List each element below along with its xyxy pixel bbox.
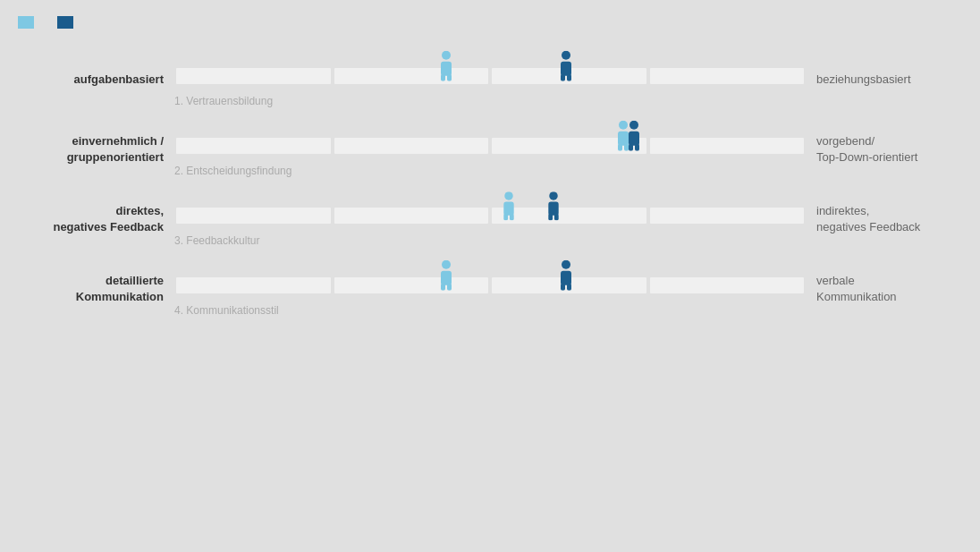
right-label-row2: vorgebend/ Top-Down-orientiert — [806, 133, 962, 165]
track-segment — [176, 277, 331, 293]
svg-rect-10 — [618, 144, 622, 151]
left-label-row3: direktes, negatives Feedback — [18, 203, 174, 234]
svg-rect-1 — [441, 62, 452, 76]
svg-rect-14 — [629, 144, 633, 151]
svg-rect-25 — [441, 271, 452, 285]
right-label-row1: beziehungsbasiert — [806, 72, 962, 88]
track-segment — [334, 208, 489, 224]
kandidat-icon-row4 — [437, 260, 455, 294]
svg-rect-29 — [561, 271, 571, 285]
track-segment — [176, 208, 331, 224]
svg-rect-19 — [510, 214, 514, 221]
svg-rect-31 — [567, 284, 571, 291]
svg-point-16 — [504, 191, 512, 200]
legend-unternehmen-box — [57, 16, 73, 29]
unternehmen-icon-row4 — [557, 260, 575, 294]
track-segment — [176, 68, 331, 84]
svg-rect-3 — [447, 74, 452, 81]
track-segment — [650, 208, 805, 224]
svg-rect-18 — [503, 214, 508, 221]
svg-point-24 — [442, 260, 451, 269]
svg-rect-15 — [635, 144, 639, 151]
legend — [18, 16, 962, 29]
track-segment — [334, 68, 489, 84]
kandidat-icon-row1 — [437, 51, 455, 85]
svg-rect-26 — [441, 284, 445, 291]
chart-row-4: detaillierte Kommunikation4. Kommunikati… — [18, 258, 962, 320]
svg-point-28 — [562, 260, 570, 269]
track-segment — [650, 138, 805, 154]
left-label-row2: einvernehmlich / gruppenorientiert — [18, 133, 174, 165]
svg-rect-9 — [618, 132, 629, 146]
chart-row-1: aufgabenbasiert1. Vertrauensbildung bezi… — [18, 48, 962, 111]
svg-point-0 — [442, 51, 451, 60]
chart-row-3: direktes, negatives Feedback3. Feedbackk… — [18, 188, 962, 251]
sublabel-row4: 4. Kommunikationsstil — [174, 304, 279, 317]
svg-point-12 — [629, 121, 638, 130]
unternehmen-icon-row2 — [616, 121, 641, 155]
svg-rect-17 — [503, 202, 513, 216]
track-wrapper-row1: 1. Vertrauensbildung — [174, 48, 806, 111]
chart-area: aufgabenbasiert1. Vertrauensbildung bezi… — [18, 48, 962, 320]
svg-point-8 — [619, 121, 628, 130]
svg-rect-27 — [447, 284, 452, 291]
svg-rect-11 — [624, 144, 629, 151]
chart-row-2: einvernehmlich / gruppenorientiert2. Ent… — [18, 118, 962, 181]
unternehmen-icon-row3 — [545, 191, 562, 224]
track-segment — [334, 138, 489, 154]
sublabel-row2: 2. Entscheidungsfindung — [174, 165, 291, 177]
legend-kandidat-box — [18, 16, 34, 29]
svg-rect-5 — [561, 62, 571, 76]
legend-kandidat — [18, 16, 39, 29]
track-wrapper-row2: 2. Entscheidungsfindung — [174, 118, 806, 181]
svg-rect-21 — [548, 202, 558, 216]
right-label-row3: indirektes, negatives Feedback — [806, 203, 962, 234]
svg-point-4 — [562, 51, 570, 60]
sublabel-row1: 1. Vertrauensbildung — [174, 95, 273, 107]
chart-container: aufgabenbasiert1. Vertrauensbildung bezi… — [0, 0, 980, 552]
kandidat-icon-row3 — [501, 191, 518, 224]
svg-rect-6 — [561, 74, 565, 81]
svg-point-20 — [549, 191, 557, 200]
right-label-row4: verbale Kommunikation — [806, 273, 962, 304]
unternehmen-icon-row1 — [557, 51, 575, 85]
track-wrapper-row4: 4. Kommunikationsstil — [174, 258, 806, 320]
track-segment — [650, 68, 805, 84]
sublabel-row3: 3. Feedbackkultur — [174, 234, 259, 247]
track-segment — [650, 277, 805, 293]
svg-rect-2 — [441, 74, 445, 81]
svg-rect-23 — [554, 214, 559, 221]
svg-rect-30 — [561, 284, 565, 291]
svg-rect-22 — [548, 214, 553, 221]
track-wrapper-row3: 3. Feedbackkultur — [174, 188, 806, 251]
left-label-row1: aufgabenbasiert — [18, 72, 174, 88]
track-segment — [176, 138, 331, 154]
left-label-row4: detaillierte Kommunikation — [18, 273, 174, 304]
svg-rect-7 — [567, 74, 571, 81]
legend-unternehmen — [57, 16, 79, 29]
svg-rect-13 — [629, 132, 639, 146]
track-segment — [334, 277, 489, 293]
